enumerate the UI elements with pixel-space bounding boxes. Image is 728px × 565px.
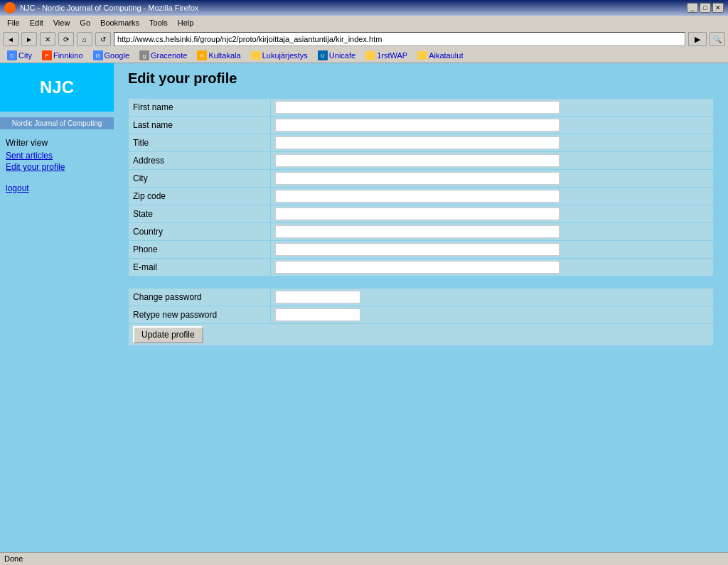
address-input[interactable] [275, 154, 560, 167]
bookmark-google[interactable]: G Google [89, 50, 134, 61]
bookmark-1rstwap-icon [365, 51, 375, 60]
table-row: First name [129, 99, 714, 117]
search-button[interactable]: 🔍 [710, 32, 725, 46]
table-row: City [129, 170, 714, 188]
retype-password-label: Retype new password [129, 306, 271, 324]
table-row: Country [129, 223, 714, 241]
title-bar: NJC - Nordic Journal of Computing - Mozi… [0, 0, 728, 16]
bookmark-gracenote[interactable]: g Gracenote [135, 50, 191, 61]
home-button[interactable]: ⌂ [77, 32, 92, 46]
password-form-table: Change password Retype new password Upda… [128, 288, 714, 346]
bookmark-finnkino[interactable]: F Finnkino [38, 50, 87, 61]
title-label: Title [129, 134, 271, 152]
update-profile-button[interactable]: Update profile [133, 326, 203, 343]
table-row: E-mail [129, 259, 714, 276]
sidebar-section: Writer view Sent articles Edit your prof… [0, 135, 114, 198]
email-label: E-mail [129, 259, 271, 276]
bookmark-city[interactable]: C City [3, 50, 36, 61]
retype-password-input[interactable] [275, 308, 360, 321]
sidebar: NJC Nordic Journal of Computing Writer v… [0, 63, 114, 543]
menu-view[interactable]: View [49, 17, 75, 28]
first-name-input[interactable] [275, 101, 560, 114]
back-button[interactable]: ◄ [3, 32, 18, 46]
bookmark-aikataulut-icon [417, 51, 427, 60]
change-password-input[interactable] [275, 291, 360, 303]
phone-input[interactable] [275, 243, 560, 256]
history-button[interactable]: ↺ [95, 32, 111, 46]
sidebar-logo: NJC [0, 63, 114, 112]
bookmark-kultakala[interactable]: K Kultakala [193, 50, 245, 61]
zip-code-input[interactable] [275, 190, 560, 203]
minimize-button[interactable]: _ [687, 3, 698, 13]
maximize-button[interactable]: □ [700, 3, 711, 13]
window-title: NJC - Nordic Journal of Computing - Mozi… [20, 4, 198, 12]
menu-help[interactable]: Help [173, 17, 198, 28]
edit-profile-link[interactable]: Edit your profile [6, 162, 108, 172]
menu-edit[interactable]: Edit [26, 17, 48, 28]
last-name-label: Last name [129, 117, 271, 134]
bookmark-finnkino-icon: F [42, 50, 52, 60]
stop-button[interactable]: ✕ [40, 32, 55, 46]
bookmark-city-icon: C [7, 50, 17, 60]
city-input[interactable] [275, 172, 560, 185]
menu-file[interactable]: File [3, 17, 24, 28]
last-name-input[interactable] [275, 119, 560, 131]
first-name-label: First name [129, 99, 271, 117]
logout-link[interactable]: logout [6, 183, 108, 193]
bookmark-google-icon: G [93, 50, 103, 60]
bookmark-unicafe[interactable]: U Unicafe [314, 50, 360, 61]
country-input[interactable] [275, 225, 560, 238]
table-row: Last name [129, 117, 714, 134]
address-bar[interactable]: http://www.cs.helsinki.fi/group/njc2/pro… [114, 32, 685, 46]
close-button[interactable]: ✕ [712, 3, 724, 13]
state-input[interactable] [275, 208, 560, 220]
address-label: Address [129, 152, 271, 170]
window-controls: _ □ ✕ [687, 3, 724, 13]
refresh-button[interactable]: ⟳ [58, 32, 74, 46]
bookmarks-bar: C City F Finnkino G Google g Gracenote K… [0, 48, 728, 63]
writer-view-label: Writer view [6, 138, 108, 148]
page-title: Edit your profile [128, 70, 714, 87]
zip-code-label: Zip code [129, 188, 271, 205]
table-row: State [129, 205, 714, 223]
bookmark-lukujarjestys[interactable]: Lukujärjestys [247, 50, 312, 60]
title-input[interactable] [275, 136, 560, 149]
profile-form-table: First name Last name Title [128, 98, 714, 276]
table-row: Title [129, 134, 714, 152]
browser-chrome: NJC - Nordic Journal of Computing - Mozi… [0, 0, 728, 63]
bookmark-aikataulut[interactable]: Aikataulut [413, 50, 467, 60]
table-row: Update profile [129, 324, 714, 346]
state-label: State [129, 205, 271, 223]
menu-tools[interactable]: Tools [145, 17, 172, 28]
go-button[interactable]: ▶ [688, 32, 707, 46]
table-row: Change password [129, 289, 714, 306]
table-row: Address [129, 152, 714, 170]
sidebar-journal-name: Nordic Journal of Computing [0, 117, 114, 129]
menu-bookmarks[interactable]: Bookmarks [96, 17, 144, 28]
browser-logo-icon [4, 2, 16, 14]
nav-bar: ◄ ► ✕ ⟳ ⌂ ↺ http://www.cs.helsinki.fi/gr… [0, 30, 728, 48]
url-text: http://www.cs.helsinki.fi/group/njc2/pro… [117, 35, 382, 43]
bookmark-kultakala-icon: K [197, 50, 207, 60]
menu-go[interactable]: Go [75, 17, 95, 28]
table-row: Zip code [129, 188, 714, 205]
main-content: NJC Nordic Journal of Computing Writer v… [0, 63, 728, 543]
table-row: Phone [129, 241, 714, 259]
country-label: Country [129, 223, 271, 241]
table-row: Retype new password [129, 306, 714, 324]
bookmark-1rstwap[interactable]: 1rstWAP [361, 50, 412, 60]
menu-bar: File Edit View Go Bookmarks Tools Help [0, 16, 728, 30]
page-content: Edit your profile First name Last name [114, 63, 728, 543]
bookmark-gracenote-icon: g [139, 50, 149, 60]
email-input[interactable] [275, 261, 560, 274]
change-password-label: Change password [129, 289, 271, 306]
bookmark-lukujarjestys-icon [251, 51, 261, 60]
sent-articles-link[interactable]: Sent articles [6, 151, 108, 161]
city-label: City [129, 170, 271, 188]
bookmark-unicafe-icon: U [318, 50, 328, 60]
phone-label: Phone [129, 241, 271, 259]
forward-button[interactable]: ► [21, 32, 37, 46]
